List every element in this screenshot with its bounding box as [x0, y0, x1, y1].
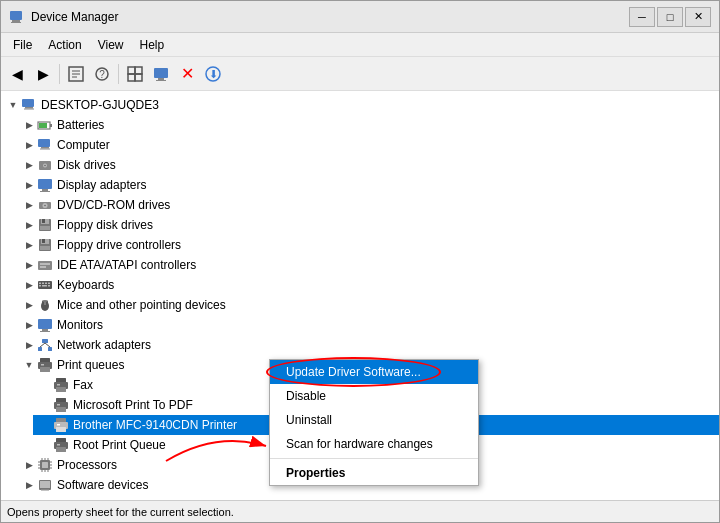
storage-label: Storage controllers [57, 498, 158, 500]
status-bar: Opens property sheet for the current sel… [1, 500, 719, 522]
expand-icon[interactable]: ▶ [21, 497, 37, 500]
expand-icon[interactable]: ▶ [21, 197, 37, 213]
svg-rect-49 [42, 283, 44, 285]
svg-rect-1 [12, 20, 20, 22]
expand-icon[interactable]: ▶ [21, 277, 37, 293]
keyboards-label: Keyboards [57, 278, 114, 292]
svg-rect-25 [41, 147, 49, 149]
window-controls: ─ □ ✕ [629, 7, 711, 27]
svg-rect-20 [24, 109, 34, 110]
toolbar-properties[interactable] [64, 62, 88, 86]
computer-node-label: Computer [57, 138, 110, 152]
tree-ide[interactable]: ▶ IDE ATA/ATAPI controllers [17, 255, 719, 275]
computer-node-icon [37, 137, 53, 153]
tree-keyboards[interactable]: ▶ Keyboards [17, 275, 719, 295]
svg-rect-42 [42, 239, 45, 243]
context-update[interactable]: Update Driver Software... [270, 360, 478, 384]
expand-icon[interactable]: ▶ [21, 157, 37, 173]
tree-dvd[interactable]: ▶ DVD/CD-ROM drives [17, 195, 719, 215]
monitors-label: Monitors [57, 318, 103, 332]
ms-print-icon [53, 397, 69, 413]
context-uninstall[interactable]: Uninstall [270, 408, 478, 432]
context-disable[interactable]: Disable [270, 384, 478, 408]
toolbar-forward[interactable]: ▶ [31, 62, 55, 86]
svg-rect-22 [50, 124, 52, 127]
tree-monitors[interactable]: ▶ Monitors [17, 315, 719, 335]
toolbar-monitor[interactable] [149, 62, 173, 86]
svg-rect-60 [42, 329, 48, 331]
svg-rect-103 [41, 489, 49, 491]
svg-rect-48 [39, 283, 41, 285]
tree-computer[interactable]: ▶ Computer [17, 135, 719, 155]
svg-rect-13 [154, 68, 168, 78]
network-icon [37, 337, 53, 353]
expand-icon[interactable]: ▶ [21, 117, 37, 133]
expand-icon[interactable]: ▶ [21, 237, 37, 253]
svg-rect-88 [42, 462, 48, 468]
tree-floppy-ctrl[interactable]: ▶ Floppy drive controllers [17, 235, 719, 255]
svg-line-65 [40, 343, 45, 347]
context-scan[interactable]: Scan for hardware changes [270, 432, 478, 456]
floppy-label: Floppy disk drives [57, 218, 153, 232]
menu-action[interactable]: Action [40, 36, 89, 54]
ide-label: IDE ATA/ATAPI controllers [57, 258, 196, 272]
tree-storage[interactable]: ▶ Storage controllers [17, 495, 719, 500]
expand-icon[interactable]: ▶ [21, 477, 37, 493]
tree-batteries[interactable]: ▶ Batteries [17, 115, 719, 135]
toolbar-delete[interactable]: ✕ [175, 62, 199, 86]
expand-icon[interactable]: ▼ [5, 97, 21, 113]
toolbar-expand[interactable] [123, 62, 147, 86]
svg-rect-10 [135, 67, 142, 74]
expand-icon[interactable]: ▶ [21, 177, 37, 193]
menu-file[interactable]: File [5, 36, 40, 54]
svg-rect-50 [45, 283, 47, 285]
expand-icon[interactable]: ▶ [21, 257, 37, 273]
display-label: Display adapters [57, 178, 146, 192]
maximize-button[interactable]: □ [657, 7, 683, 27]
svg-rect-38 [42, 219, 45, 223]
menu-view[interactable]: View [90, 36, 132, 54]
expand-icon[interactable]: ▼ [21, 357, 37, 373]
svg-rect-62 [42, 339, 48, 343]
expand-icon[interactable]: ▶ [21, 337, 37, 353]
printer-icon [37, 357, 53, 373]
svg-point-35 [44, 205, 46, 207]
minimize-button[interactable]: ─ [629, 7, 655, 27]
svg-rect-9 [128, 67, 135, 74]
tree-network[interactable]: ▶ Network adapters [17, 335, 719, 355]
svg-line-66 [45, 343, 50, 347]
dvd-icon [37, 197, 53, 213]
tree-root[interactable]: ▼ DESKTOP-GJUQDE3 [1, 95, 719, 115]
expand-icon[interactable]: ▶ [21, 317, 37, 333]
toolbar-download[interactable]: ⬇ [201, 62, 225, 86]
tree-floppy[interactable]: ▶ Floppy disk drives [17, 215, 719, 235]
close-button[interactable]: ✕ [685, 7, 711, 27]
ide-icon [37, 257, 53, 273]
tree-mice[interactable]: ▶ Mice and other pointing devices [17, 295, 719, 315]
svg-rect-78 [57, 404, 60, 406]
svg-rect-64 [48, 347, 52, 351]
svg-rect-43 [40, 246, 50, 250]
svg-rect-73 [56, 387, 66, 392]
expand-icon[interactable]: ▶ [21, 137, 37, 153]
status-text: Opens property sheet for the current sel… [7, 506, 234, 518]
root-label: DESKTOP-GJUQDE3 [41, 98, 159, 112]
tree-area[interactable]: ▼ DESKTOP-GJUQDE3 ▶ Batteries [1, 91, 719, 500]
svg-rect-53 [42, 285, 47, 287]
svg-rect-86 [57, 444, 60, 446]
toolbar-back[interactable]: ◀ [5, 62, 29, 86]
processors-label: Processors [57, 458, 117, 472]
context-properties[interactable]: Properties [270, 461, 478, 485]
svg-rect-44 [38, 261, 52, 270]
expand-icon[interactable]: ▶ [21, 217, 37, 233]
context-separator [270, 458, 478, 459]
toolbar-scan[interactable]: ? [90, 62, 114, 86]
svg-rect-15 [156, 80, 166, 81]
expand-icon[interactable]: ▶ [21, 457, 37, 473]
tree-disk[interactable]: ▶ Disk drives [17, 155, 719, 175]
svg-rect-102 [40, 481, 50, 488]
svg-rect-77 [56, 407, 66, 412]
expand-icon[interactable]: ▶ [21, 297, 37, 313]
menu-help[interactable]: Help [132, 36, 173, 54]
tree-display[interactable]: ▶ Display adapters [17, 175, 719, 195]
